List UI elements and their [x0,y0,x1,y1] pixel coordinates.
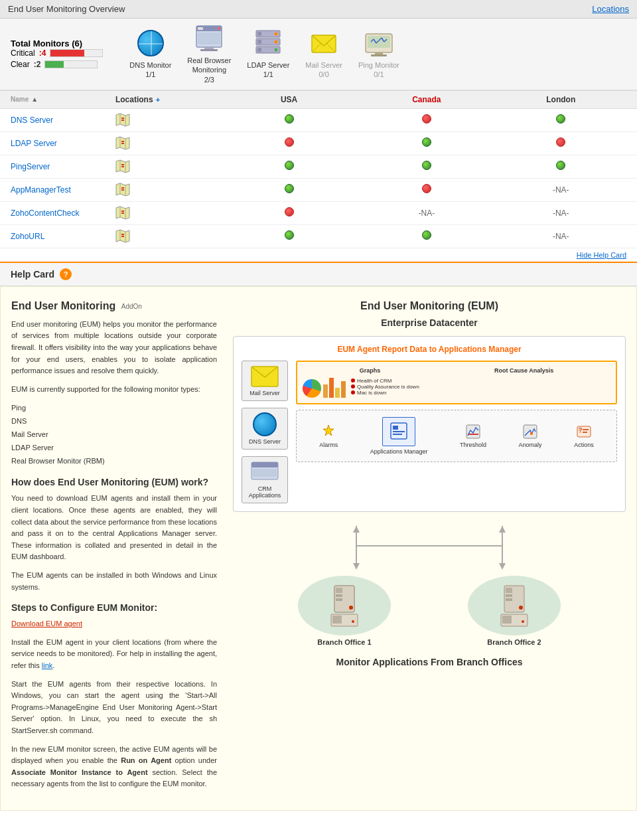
list-item: DNS [11,415,217,428]
svg-rect-75 [583,432,587,433]
svg-rect-5 [204,47,214,49]
monitor-icons: DNS Monitor1/1 Real BrowserMonitoring2/3 [129,24,399,84]
eum-bullet-3: Mac is down [351,390,610,396]
critical-status: Critical :4 [11,48,103,58]
dns-monitor-icon[interactable]: DNS Monitor1/1 [129,29,171,80]
appmgr-label: Applications Manager [370,448,428,455]
how-text: You need to download EUM agents and inst… [11,493,217,563]
branch-server-1 [328,582,361,629]
table-row: DNS Server [0,109,637,132]
app-mgr-icon [389,422,408,440]
branch-footer-text: Monitor Applications From Branch Offices [233,657,626,667]
eum-charts [303,378,346,398]
row-usa-appmanager [220,184,358,195]
eum-rca-items: Health of CRM Quality Assurance is down … [351,378,610,396]
row-usa-dns [220,114,358,126]
row-name-ping[interactable]: PingServer [11,162,115,171]
bullet-dot [351,378,355,382]
status-dot-green [422,230,431,240]
table-row: ZohoContentCheck -NA- -NA- [0,202,637,225]
total-monitors-label: Total Monitors (6) [11,39,103,48]
eum-report-content: Health of CRM Quality Assurance is down … [303,378,610,398]
branch-label-1: Branch Office 1 [317,638,371,646]
row-name-appmanager[interactable]: AppManagerTest [11,185,115,195]
row-london-zohocheck: -NA- [496,209,626,218]
map-broken-icon [115,159,130,174]
col-name-header[interactable]: Name ▲ [11,96,115,103]
clear-status: Clear :2 [11,60,103,69]
branch-office-1: Branch Office 1 [298,576,391,646]
ping-monitor-icon[interactable]: Ping Monitor0/1 [358,29,399,80]
eum-diagram-title: EUM Agent Report Data to Applications Ma… [242,345,617,354]
download-eum-link[interactable]: Download EUM agent [11,620,82,628]
row-london-dns [496,114,626,126]
hide-help-link[interactable]: Hide Help Card [0,248,637,262]
rca-item-3: Mac is down [357,390,386,396]
connector-area [233,523,626,576]
install-link[interactable]: link [42,661,53,669]
map-broken-icon [115,113,130,127]
row-icon-zohourl [115,229,220,244]
svg-rect-95 [506,588,512,593]
rbm-monitor-icon[interactable]: Real BrowserMonitoring2/3 [187,24,231,84]
map-broken-icon [115,136,130,151]
eum-crm-icon: CRM Applications [242,456,288,503]
row-london-ldap [496,137,626,149]
row-canada-dns [358,114,495,126]
svg-rect-11 [257,40,261,44]
status-dot-green [285,230,294,240]
ping-monitor-img [364,29,393,58]
list-item: Real Browser Monitor (RBM) [11,455,217,468]
map-broken-icon [115,206,130,220]
row-name-zohocheck[interactable]: ZohoContentCheck [11,209,115,218]
mail-monitor-icon[interactable]: Mail Server0/0 [305,29,342,80]
branch-cloud-2 [468,576,561,635]
row-usa-ldap [220,137,358,149]
eum-mail-icon: Mail Server [242,361,288,401]
download-link[interactable]: Download EUM agent [11,618,217,630]
eum-report-area: Graphs Root Cause Analysis [296,361,617,503]
help-intro-1: End user monitoring (EUM) helps you moni… [11,319,217,377]
row-name-dns[interactable]: DNS Server [11,116,115,125]
rca-item-1: Health of CRM [357,378,391,384]
dns-monitor-img [136,29,165,58]
status-dot-red [422,114,431,124]
globe-icon [137,30,164,56]
status-dot-green [285,114,294,124]
col-canada-header: Canada [358,95,495,104]
map-broken-icon [115,229,130,244]
ldap-monitor-icon[interactable]: LDAP Server1/1 [247,29,289,80]
status-dot-green [285,184,294,193]
enterprise-datacenter-label: Enterprise Datacenter [233,317,626,328]
help-right-column: End User Monitoring (EUM) Enterprise Dat… [233,300,626,797]
svg-rect-2 [198,33,220,44]
server-unit-icon-2 [498,582,531,629]
row-icon-ldap [115,136,220,151]
help-badge: ? [60,268,72,280]
eum-alarms-item: ! Alarms [319,424,338,448]
row-name-ldap[interactable]: LDAP Server [11,139,115,148]
row-canada-zohocheck: -NA- [358,209,495,218]
help-card-body: End User Monitoring AddOn End user monit… [0,286,637,811]
row-name-zohourl[interactable]: ZohoURL [11,232,115,241]
rbm-monitor-label: Real BrowserMonitoring2/3 [187,56,231,84]
svg-rect-61 [251,462,278,467]
eum-crm-label: CRM Applications [246,485,283,499]
table-row: LDAP Server [0,132,637,155]
svg-rect-8 [257,32,261,36]
table-header: Name ▲ Locations + USA Canada London [0,90,637,109]
row-usa-zohourl [220,230,358,242]
table-row: ZohoURL -NA- [0,225,637,248]
mail-monitor-img [309,29,338,58]
col-locations-header[interactable]: Locations + [115,95,220,104]
locations-link[interactable]: Locations [592,4,629,14]
eum-bars [323,378,346,398]
row-london-ping [496,161,626,172]
map-broken-icon [115,183,130,197]
ping-icon [364,29,393,58]
svg-rect-62 [253,469,277,477]
svg-point-4 [218,27,220,30]
svg-rect-67 [393,431,405,432]
row-canada-appmanager [358,184,495,195]
row-canada-ping [358,161,495,172]
